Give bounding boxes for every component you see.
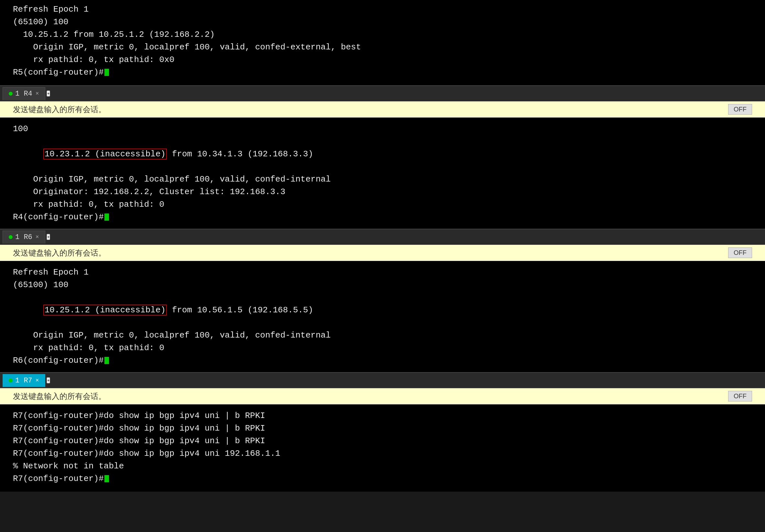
- tab-bar-r6: 1 R6 × +: [0, 229, 765, 245]
- r6-terminal-section: Refresh Epoch 1 (65100) 100 10.25.1.2 (i…: [0, 261, 765, 372]
- terminal-line: Origin IGP, metric 0, localpref 100, val…: [13, 41, 752, 54]
- terminal-line: rx pathid: 0, tx pathid: 0: [13, 198, 752, 211]
- new-tab-button[interactable]: +: [47, 234, 50, 240]
- info-bar-text: 发送键盘输入的所有会话。: [13, 248, 106, 258]
- info-bar-text: 发送键盘输入的所有会话。: [13, 391, 106, 401]
- tab-r4[interactable]: 1 R4 ×: [3, 87, 45, 100]
- top-terminal-section: Refresh Epoch 1 (65100) 100 10.25.1.2 fr…: [0, 0, 765, 85]
- off-button-r6[interactable]: OFF: [728, 247, 752, 258]
- tab-r7[interactable]: 1 R7 ×: [3, 374, 45, 387]
- terminal-line: Origin IGP, metric 0, localpref 100, val…: [13, 173, 752, 186]
- cursor: [104, 213, 109, 221]
- terminal-line: 10.25.1.2 from 10.25.1.2 (192.168.2.2): [13, 28, 752, 41]
- terminal-line: Refresh Epoch 1: [13, 266, 752, 279]
- info-bar-r6: 发送键盘输入的所有会话。 OFF: [0, 245, 765, 261]
- tab-label: 1 R6: [15, 233, 32, 241]
- tab-bar-r7: 1 R7 × +: [0, 372, 765, 388]
- terminal-line: % Network not in table: [13, 460, 752, 472]
- terminal-line: 100: [13, 123, 752, 135]
- terminal-line: (65100) 100: [13, 279, 752, 291]
- new-tab-button[interactable]: +: [47, 377, 50, 384]
- tab-label: 1 R4: [15, 90, 32, 98]
- cursor: [104, 357, 109, 364]
- inaccessible-label: 10.23.1.2 (inaccessible): [43, 148, 167, 159]
- terminal-line: Originator: 192.168.2.2, Cluster list: 1…: [13, 186, 752, 198]
- terminal-line: R7(config-router)#do show ip bgp ipv4 un…: [13, 409, 752, 422]
- terminal-line: Origin IGP, metric 0, localpref 100, val…: [13, 329, 752, 342]
- cursor: [104, 69, 109, 76]
- terminal-line: R7(config-router)#do show ip bgp ipv4 un…: [13, 435, 752, 447]
- tab-close-button[interactable]: ×: [36, 234, 39, 240]
- tab-close-button[interactable]: ×: [36, 91, 39, 97]
- terminal-line: rx pathid: 0, tx pathid: 0x0: [13, 54, 752, 66]
- info-bar-r7: 发送键盘输入的所有会话。 OFF: [0, 388, 765, 404]
- inaccessible-label: 10.25.1.2 (inaccessible): [43, 305, 167, 316]
- tab-dot: [9, 92, 13, 96]
- tab-close-button[interactable]: ×: [36, 377, 39, 384]
- terminal-line: rx pathid: 0, tx pathid: 0: [13, 342, 752, 354]
- terminal-line: R7(config-router)#do show ip bgp ipv4 un…: [13, 447, 752, 460]
- r4-terminal-section: 100 10.23.1.2 (inaccessible) from 10.34.…: [0, 118, 765, 229]
- new-tab-button[interactable]: +: [47, 91, 50, 97]
- info-bar-r4: 发送键盘输入的所有会话。 OFF: [0, 102, 765, 118]
- tab-dot: [9, 235, 13, 239]
- info-bar-text: 发送键盘输入的所有会话。: [13, 104, 106, 115]
- r7-terminal-section: R7(config-router)#do show ip bgp ipv4 un…: [0, 404, 765, 492]
- terminal-line: R7(config-router)#do show ip bgp ipv4 un…: [13, 422, 752, 435]
- off-button-r7[interactable]: OFF: [728, 391, 752, 401]
- tab-bar-r4: 1 R4 × +: [0, 85, 765, 102]
- terminal-prompt: R7(config-router)#: [13, 472, 752, 485]
- terminal-prompt: R5(config-router)#: [13, 66, 752, 79]
- terminal-prompt: R6(config-router)#: [13, 354, 752, 367]
- terminal-line: (65100) 100: [13, 16, 752, 28]
- terminal-line: Refresh Epoch 1: [13, 3, 752, 16]
- tab-dot: [9, 379, 13, 383]
- terminal-line-mixed: 10.25.1.2 (inaccessible) from 10.56.1.5 …: [13, 291, 752, 329]
- tab-r6[interactable]: 1 R6 ×: [3, 231, 45, 244]
- tab-label: 1 R7: [15, 377, 32, 385]
- cursor: [104, 475, 109, 482]
- terminal-line-mixed: 10.23.1.2 (inaccessible) from 10.34.1.3 …: [13, 135, 752, 173]
- terminal-prompt: R4(config-router)#: [13, 211, 752, 223]
- off-button-r4[interactable]: OFF: [728, 104, 752, 115]
